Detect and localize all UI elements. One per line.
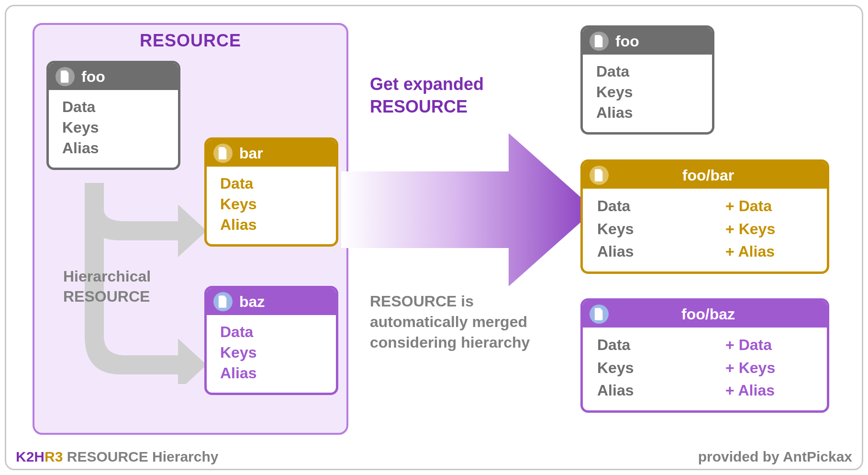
diagram-content: RESOURCE foo — [6, 6, 862, 445]
auto-merge-label: RESOURCE is automatically merged conside… — [370, 291, 530, 353]
label-line: Get expanded — [370, 73, 484, 96]
resource-card-baz: baz Data Keys Alias — [204, 286, 338, 395]
merge-table: Data+ Data Keys+ Keys Alias+ Alias — [583, 328, 827, 410]
brand-r3: R3 — [45, 449, 63, 464]
merge-cell-left: Alias — [597, 242, 671, 262]
card-line: Keys — [220, 194, 323, 215]
card-line: Keys — [62, 117, 165, 138]
document-icon — [590, 305, 609, 324]
card-body: Data Keys Alias — [583, 55, 712, 132]
document-icon — [213, 292, 233, 311]
merge-cell-left: Data — [597, 335, 671, 355]
footer-provider: provided by AntPickax — [698, 449, 852, 465]
merge-cell-right: + Alias — [725, 242, 812, 262]
card-title: baz — [239, 293, 265, 311]
card-title: foo/bar — [615, 167, 801, 184]
merge-cell-right: + Data — [725, 196, 812, 216]
card-title: foo/baz — [615, 305, 801, 323]
card-line: Data — [62, 97, 165, 117]
card-line: Data — [220, 173, 323, 194]
hierarchical-label: Hierarchical RESOURCE — [63, 267, 151, 306]
card-header: foo — [49, 63, 178, 90]
card-line: Keys — [220, 342, 323, 363]
card-header: foo/baz — [583, 301, 827, 328]
document-icon — [56, 67, 75, 86]
resource-card-foo: foo Data Keys Alias — [46, 61, 180, 170]
expanded-card-foobaz: foo/baz Data+ Data Keys+ Keys Alias+ Ali… — [580, 298, 829, 413]
document-icon — [590, 32, 609, 51]
card-header: baz — [207, 288, 336, 315]
resource-panel-title: RESOURCE — [34, 25, 346, 53]
card-line: Alias — [596, 102, 699, 123]
label-line: automatically merged — [370, 312, 530, 332]
card-title: foo — [615, 33, 639, 50]
merge-table: Data+ Data Keys+ Keys Alias+ Alias — [583, 189, 827, 271]
merge-cell-right: + Keys — [725, 358, 812, 378]
merge-cell-right: + Data — [725, 335, 812, 355]
document-icon — [590, 166, 609, 185]
card-body: Data Keys Alias — [207, 315, 336, 393]
card-title: foo — [81, 68, 105, 86]
merge-cell-left: Alias — [597, 381, 671, 401]
card-body: Data Keys Alias — [49, 90, 178, 168]
card-line: Data — [220, 322, 323, 342]
footer: K2HR3 RESOURCE Hierarchy provided by Ant… — [16, 449, 852, 465]
merge-cell-right: + Keys — [725, 219, 812, 239]
diagram-frame: RESOURCE foo — [5, 5, 863, 470]
label-line: RESOURCE is — [370, 291, 530, 312]
resource-panel: RESOURCE foo — [33, 23, 348, 435]
get-expanded-label: Get expanded RESOURCE — [370, 73, 484, 118]
expand-arrow — [341, 133, 595, 286]
brand-k2h: K2H — [16, 449, 45, 464]
footer-rest: RESOURCE Hierarchy — [63, 449, 218, 464]
label-line: RESOURCE — [63, 287, 151, 307]
merge-cell-left: Data — [597, 196, 671, 216]
label-line: RESOURCE — [370, 96, 484, 118]
merge-cell-left: Keys — [597, 219, 671, 239]
card-body: Data Keys Alias — [207, 167, 336, 244]
card-line: Alias — [220, 363, 323, 384]
label-line: considering hierarchy — [370, 332, 530, 353]
card-header: bar — [207, 140, 336, 167]
merge-cell-right: + Alias — [725, 381, 812, 401]
card-line: Keys — [596, 82, 699, 102]
expanded-card-foobar: foo/bar Data+ Data Keys+ Keys Alias+ Ali… — [580, 159, 829, 274]
card-line: Data — [596, 61, 699, 82]
merge-cell-left: Keys — [597, 358, 671, 378]
resource-card-bar: bar Data Keys Alias — [204, 137, 338, 247]
label-line: Hierarchical — [63, 267, 151, 287]
document-icon — [213, 144, 233, 163]
card-line: Alias — [220, 215, 323, 235]
footer-title: K2HR3 RESOURCE Hierarchy — [16, 449, 218, 465]
card-line: Alias — [62, 138, 165, 158]
expanded-card-foo: foo Data Keys Alias — [580, 25, 714, 135]
card-header: foo/bar — [583, 162, 827, 189]
card-header: foo — [583, 28, 712, 55]
card-title: bar — [239, 145, 263, 162]
